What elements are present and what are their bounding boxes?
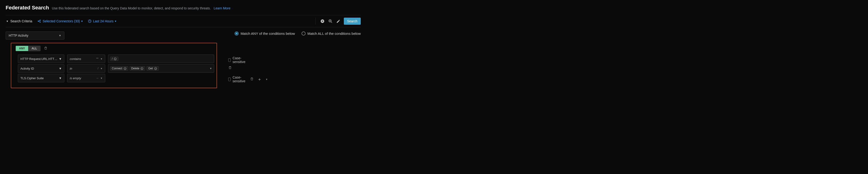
operator-value: is empty [70,77,81,80]
chip-label: Connect [112,67,122,70]
chevron-down-icon: ▾ [7,20,8,23]
search-button[interactable]: Search [344,18,361,25]
operator-hint: / [98,67,98,70]
zoom-in-icon[interactable] [328,19,333,24]
chevron-down-icon: ▼ [59,67,62,70]
connectors-dropdown[interactable]: Selected Connectors (33) ▾ [37,19,83,23]
segment-all[interactable]: ALL [28,46,40,51]
page-subtitle: Use this federated search based on the Q… [52,6,211,10]
chip-label: / [112,57,113,60]
match-all-label: Match ALL of the conditions below [307,31,361,35]
connectors-label: Selected Connectors (33) [42,19,80,23]
chevron-down-icon: ▼ [59,57,62,61]
remove-chip-icon[interactable]: ✕ [141,67,144,70]
chevron-down-icon: ▾ [115,20,116,23]
chevron-down-icon: ▼ [100,67,103,70]
event-type-select[interactable]: HTTP Activity ▼ [6,31,64,39]
case-sensitive-checkbox[interactable]: Case-sensitive [228,56,246,64]
learn-more-link[interactable]: Learn More [214,6,230,10]
operator-hint: -- [96,77,98,80]
segment-any[interactable]: ANY [16,46,28,51]
trash-icon[interactable] [44,46,48,51]
chevron-down-icon: ▾ [81,20,83,23]
conditions-group: ANY ALL HTTP Request.URL.HTTP Qu… ▼ cont… [11,43,217,88]
match-all-radio[interactable]: Match ALL of the conditions below [302,31,361,35]
trash-icon[interactable] [250,77,254,82]
page-title: Federated Search [6,5,49,11]
chevron-down-icon: ▼ [100,77,103,80]
case-sensitive-label: Case-sensitive [232,76,246,83]
checkbox-box-icon [228,58,230,62]
timerange-label: Last 24 Hours [93,19,114,23]
chevron-down-icon: ▼ [100,58,103,60]
match-any-radio[interactable]: Match ANY of the conditions below [235,31,295,35]
any-all-segmented[interactable]: ANY ALL [16,46,41,51]
event-type-value: HTTP Activity [9,34,28,37]
condition-row: HTTP Request.URL.HTTP Qu… ▼ contains **▼… [18,55,214,63]
operator-select[interactable]: in /▼ [67,64,105,72]
clock-icon [88,19,92,23]
value-chip[interactable]: / ✕ [110,57,118,61]
remove-chip-icon[interactable]: ✕ [154,67,157,70]
chevron-down-icon[interactable]: ▼ [208,67,212,70]
timerange-dropdown[interactable]: Last 24 Hours ▾ [88,19,116,23]
svg-line-3 [39,21,40,21]
value-chip[interactable]: Get✕ [147,66,158,70]
match-any-label: Match ANY of the conditions below [241,31,295,35]
value-input[interactable]: / ✕ [108,55,214,63]
chip-label: Delete [131,67,140,70]
clear-icon[interactable] [320,19,325,24]
share-nodes-icon [37,19,41,23]
condition-row: TLS.Cipher Suite ▼ is empty --▼ [18,74,214,82]
operator-value: in [70,67,72,70]
value-chip[interactable]: Delete✕ [130,66,145,70]
operator-hint: ** [96,57,98,60]
case-sensitive-label: Case-sensitive [232,56,246,64]
operator-value: contains [70,57,81,61]
svg-line-8 [331,22,332,23]
condition-row: Activity ID ▼ in /▼ Connect✕ Delete✕ Get… [18,64,214,72]
operator-select[interactable]: is empty --▼ [67,74,105,82]
edit-icon[interactable] [336,19,341,24]
search-criteria-label: Search Criteria [10,19,32,23]
remove-chip-icon[interactable]: ✕ [124,67,127,70]
field-select[interactable]: TLS.Cipher Suite ▼ [18,74,64,82]
radio-selected-icon [235,31,239,35]
case-sensitive-checkbox[interactable]: Case-sensitive [228,76,246,83]
chevron-down-icon[interactable]: ▼ [266,78,268,81]
field-select[interactable]: Activity ID ▼ [18,64,64,72]
checkbox-box-icon [228,78,230,81]
value-chip[interactable]: Connect✕ [110,66,128,70]
chevron-down-icon: ▼ [59,34,61,37]
field-value: Activity ID [21,67,34,70]
radio-unselected-icon [302,31,306,35]
remove-chip-icon[interactable]: ✕ [114,57,117,60]
chip-label: Get [148,67,153,70]
field-select[interactable]: HTTP Request.URL.HTTP Qu… ▼ [18,55,64,63]
value-input[interactable]: Connect✕ Delete✕ Get✕ ▼ [108,64,214,72]
operator-select[interactable]: contains **▼ [67,55,105,63]
chevron-down-icon: ▼ [59,77,62,80]
field-value: TLS.Cipher Suite [21,77,44,80]
search-criteria-toggle[interactable]: ▾ Search Criteria [7,19,32,23]
svg-line-4 [39,21,40,22]
trash-icon[interactable] [228,66,232,70]
field-value: HTTP Request.URL.HTTP Qu… [21,57,58,61]
add-condition-button[interactable]: ＋ [257,77,261,82]
